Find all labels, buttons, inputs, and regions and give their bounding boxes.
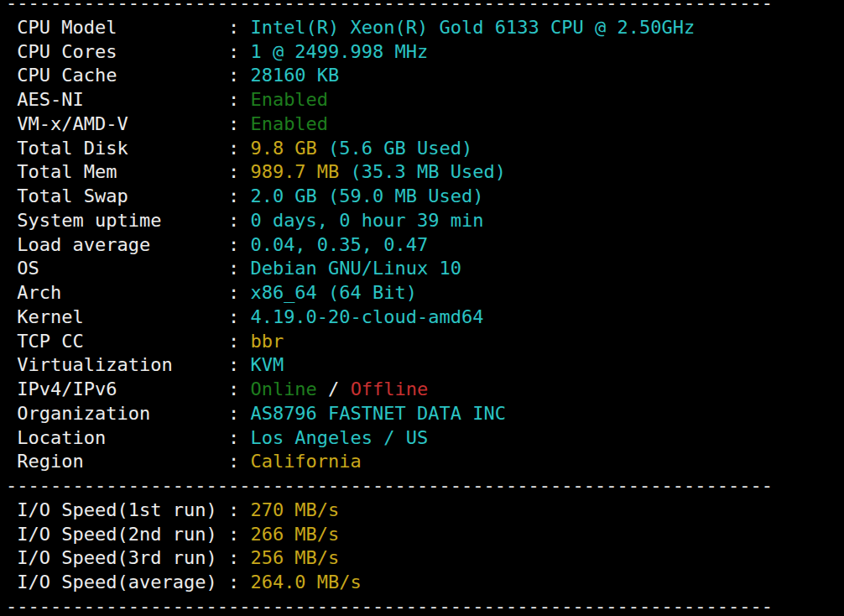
row-value-segment: 4.19.0-20-cloud-amd64 (250, 306, 483, 327)
row-arch: Arch : x86_64 (64 Bit) (6, 281, 844, 305)
colon-separator: : (217, 185, 251, 206)
row-tcp-cc: TCP CC : bbr (6, 330, 844, 354)
row-value-segment: bbr (250, 331, 284, 352)
separator-line: ----------------------------------------… (6, 0, 844, 16)
row-label: Arch (17, 281, 216, 305)
row-total-mem: Total Mem : 989.7 MB (35.3 MB Used) (6, 160, 844, 185)
colon-separator: : (217, 378, 251, 399)
row-label: Virtualization (17, 353, 216, 378)
row-ipv4-ipv6: IPv4/IPv6 : Online / Offline (6, 378, 844, 402)
separator-dashes: ----------------------------------------… (6, 596, 773, 616)
row-value-segment: (5.6 GB Used) (317, 138, 472, 159)
row-value-segment: Offline (351, 378, 429, 399)
row-label: I/O Speed(2nd run) (17, 523, 216, 547)
colon-separator: : (217, 427, 251, 448)
row-cpu-cache: CPU Cache : 28160 KB (6, 64, 844, 88)
colon-separator: : (217, 234, 251, 255)
row-label: AES-NI (17, 88, 216, 112)
row-value-segment: 2.0 GB (59.0 MB Used) (250, 185, 483, 206)
colon-separator: : (217, 572, 251, 593)
row-label: CPU Cores (17, 40, 216, 65)
row-vm-x-amd-v: VM-x/AMD-V : Enabled (6, 112, 844, 137)
row-value-segment: 0.04, 0.35, 0.47 (250, 234, 428, 255)
colon-separator: : (217, 210, 251, 231)
row-location: Location : Los Angeles / US (6, 426, 844, 451)
row-label: Total Mem (17, 160, 216, 185)
colon-separator: : (217, 354, 251, 375)
colon-separator: : (217, 451, 251, 472)
row-value-segment: (35.3 MB Used) (339, 161, 506, 182)
row-i-o-speed-3rd-run: I/O Speed(3rd run) : 256 MB/s (6, 546, 844, 571)
row-label: TCP CC (17, 330, 216, 354)
separator-dashes: ----------------------------------------… (6, 0, 773, 13)
row-label: System uptime (17, 209, 216, 233)
row-value-segment: Intel(R) Xeon(R) Gold 6133 CPU @ 2.50GHz (250, 17, 695, 38)
colon-separator: : (217, 524, 251, 545)
row-i-o-speed-average: I/O Speed(average) : 264.0 MB/s (6, 571, 844, 595)
colon-separator: : (217, 547, 251, 568)
row-label: Kernel (17, 305, 216, 330)
row-kernel: Kernel : 4.19.0-20-cloud-amd64 (6, 305, 844, 330)
row-label: IPv4/IPv6 (17, 378, 216, 402)
row-value-segment: Los Angeles / US (250, 427, 428, 448)
row-label: CPU Cache (17, 64, 216, 88)
colon-separator: : (217, 499, 251, 520)
row-value-segment: Online (250, 378, 316, 399)
colon-separator: : (217, 258, 251, 279)
row-value-segment: 256 MB/s (250, 547, 339, 568)
row-i-o-speed-2nd-run: I/O Speed(2nd run) : 266 MB/s (6, 523, 844, 547)
colon-separator: : (217, 282, 251, 303)
row-label: Region (17, 450, 216, 474)
row-i-o-speed-1st-run: I/O Speed(1st run) : 270 MB/s (6, 499, 844, 523)
row-label: Total Swap (17, 185, 216, 209)
row-value-segment: Debian GNU/Linux 10 (250, 258, 461, 279)
row-aes-ni: AES-NI : Enabled (6, 88, 844, 112)
row-cpu-cores: CPU Cores : 1 @ 2499.998 MHz (6, 40, 844, 65)
row-region: Region : California (6, 450, 844, 474)
row-total-swap: Total Swap : 2.0 GB (59.0 MB Used) (6, 185, 844, 209)
colon-separator: : (217, 331, 251, 352)
row-value-segment: California (250, 451, 361, 472)
separator-line: ----------------------------------------… (6, 474, 844, 499)
row-organization: Organization : AS8796 FASTNET DATA INC (6, 402, 844, 426)
terminal-output: ----------------------------------------… (0, 0, 844, 616)
row-system-uptime: System uptime : 0 days, 0 hour 39 min (6, 209, 844, 233)
colon-separator: : (217, 65, 251, 86)
separator-line: ----------------------------------------… (6, 595, 844, 616)
row-value-segment: 266 MB/s (250, 524, 339, 545)
row-value-segment: 0 days, 0 hour 39 min (250, 210, 483, 231)
row-label: Location (17, 426, 216, 451)
row-value-segment: / (317, 378, 351, 399)
row-label: Load average (17, 233, 216, 258)
colon-separator: : (217, 403, 251, 424)
row-value-segment: Enabled (250, 113, 328, 134)
colon-separator: : (217, 41, 251, 62)
row-total-disk: Total Disk : 9.8 GB (5.6 GB Used) (6, 137, 844, 161)
row-value-segment: 989.7 MB (250, 161, 339, 182)
colon-separator: : (217, 113, 251, 134)
colon-separator: : (217, 161, 251, 182)
row-value-segment: 264.0 MB/s (250, 572, 361, 593)
row-value-segment: 1 @ 2499.998 MHz (250, 41, 428, 62)
row-value-segment: 270 MB/s (250, 499, 339, 520)
row-virtualization: Virtualization : KVM (6, 353, 844, 378)
row-os: OS : Debian GNU/Linux 10 (6, 257, 844, 281)
colon-separator: : (217, 89, 251, 110)
colon-separator: : (217, 138, 251, 159)
row-label: VM-x/AMD-V (17, 112, 216, 137)
colon-separator: : (217, 306, 251, 327)
row-label: CPU Model (17, 16, 216, 40)
separator-dashes: ----------------------------------------… (6, 475, 773, 496)
row-label: OS (17, 257, 216, 281)
row-value-segment: KVM (250, 354, 284, 375)
colon-separator: : (217, 17, 251, 38)
row-label: Organization (17, 402, 216, 426)
row-label: I/O Speed(average) (17, 571, 216, 595)
row-value-segment: AS8796 FASTNET DATA INC (250, 403, 506, 424)
row-label: Total Disk (17, 137, 216, 161)
row-load-average: Load average : 0.04, 0.35, 0.47 (6, 233, 844, 258)
row-value-segment: x86_64 (64 Bit) (250, 282, 417, 303)
row-value-segment: Enabled (250, 89, 328, 110)
row-label: I/O Speed(3rd run) (17, 546, 216, 571)
row-label: I/O Speed(1st run) (17, 499, 216, 523)
